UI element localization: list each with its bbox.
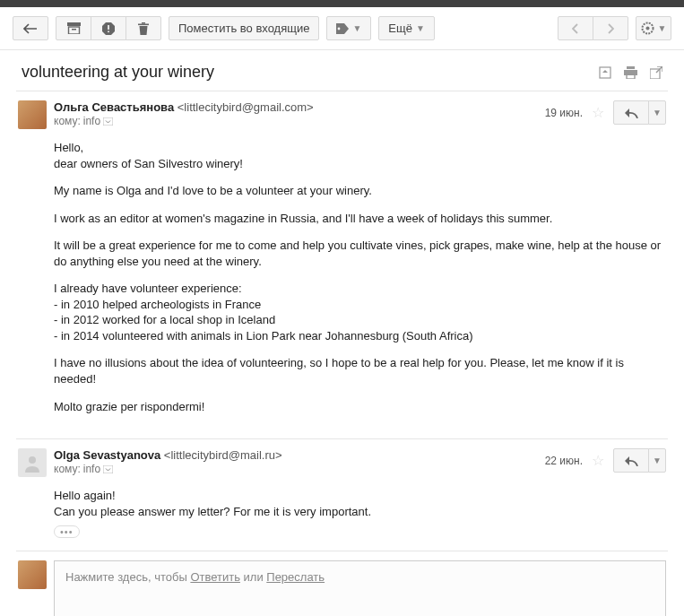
svg-rect-18 [103, 465, 113, 473]
spam-icon [102, 22, 115, 35]
newer-button[interactable] [558, 16, 593, 40]
reply-mid: или [240, 570, 266, 584]
back-button[interactable] [13, 16, 48, 40]
sender-email: <littlecitybird@gmail.com> [177, 100, 314, 114]
message-body: Hello again!Can you please answer my let… [54, 488, 666, 519]
labels-button[interactable]: ▼ [326, 16, 371, 40]
reply-button[interactable] [613, 448, 649, 473]
spam-button[interactable] [91, 16, 126, 40]
show-trimmed-button[interactable]: ••• [54, 525, 80, 538]
svg-point-10 [645, 27, 649, 30]
details-dropdown[interactable] [103, 465, 113, 473]
message-date: 22 июн. [545, 455, 583, 467]
to-recipient: info [83, 463, 100, 475]
chevron-down-icon: ▼ [416, 23, 425, 33]
message-body: Hello,dear owners of San Silvestro winer… [54, 140, 666, 414]
avatar [18, 100, 47, 129]
more-button[interactable]: Ещё ▼ [378, 16, 435, 40]
avatar [18, 560, 47, 589]
svg-rect-7 [142, 22, 145, 24]
move-to-inbox-button[interactable]: Поместить во входящие [169, 16, 319, 40]
more-label: Ещё [388, 22, 412, 35]
reply-menu[interactable]: ▼ [648, 448, 666, 473]
chevron-down-icon: ▼ [653, 108, 662, 117]
svg-point-17 [29, 456, 36, 464]
star-toggle[interactable]: ☆ [592, 452, 604, 469]
chevron-right-icon [607, 23, 614, 34]
to-label: кому: [54, 115, 81, 127]
svg-rect-5 [108, 30, 109, 32]
svg-rect-4 [108, 25, 109, 30]
compress-icon[interactable] [599, 66, 611, 79]
forward-link[interactable]: Переслать [266, 570, 325, 584]
svg-point-8 [338, 27, 341, 30]
reply-prefix: Нажмите здесь, чтобы [65, 570, 190, 584]
subject: volunteering at your winery [22, 63, 599, 82]
message: Olga Sevastyanova <littlecitybird@mail.r… [0, 439, 684, 551]
sender-name: Ольга Севастьянова [54, 100, 174, 114]
older-button[interactable] [593, 16, 628, 40]
new-window-icon[interactable] [650, 66, 662, 79]
archive-button[interactable] [56, 16, 91, 40]
star-toggle[interactable]: ☆ [592, 104, 604, 121]
chevron-down-icon: ▼ [653, 455, 662, 465]
sender-email: <littlecitybird@mail.ru> [164, 448, 282, 462]
to-label: кому: [54, 463, 81, 475]
print-icon[interactable] [624, 66, 637, 79]
sender-name: Olga Sevastyanova [54, 448, 160, 462]
gear-icon [641, 22, 654, 35]
move-to-inbox-label: Поместить во входящие [178, 22, 309, 35]
svg-rect-1 [68, 27, 79, 34]
svg-rect-2 [72, 29, 76, 30]
message: Ольга Севастьянова <littlecitybird@gmail… [0, 91, 684, 438]
reply-button[interactable] [613, 100, 649, 125]
archive-icon [67, 22, 81, 34]
trash-icon [138, 22, 149, 35]
svg-rect-16 [103, 117, 113, 126]
reply-box[interactable]: Нажмите здесь, чтобы Ответить или Пересл… [54, 560, 666, 616]
reply-link[interactable]: Ответить [190, 570, 240, 584]
chevron-down-icon: ▼ [658, 23, 667, 33]
svg-rect-0 [67, 22, 81, 26]
svg-rect-6 [138, 23, 149, 25]
details-dropdown[interactable] [103, 117, 113, 126]
svg-rect-12 [627, 66, 635, 69]
settings-button[interactable]: ▼ [636, 16, 671, 40]
message-date: 19 июн. [545, 107, 583, 119]
chevron-left-icon [572, 23, 579, 34]
to-recipient: info [83, 115, 100, 127]
toolbar: Поместить во входящие ▼ Ещё ▼ ▼ [0, 7, 684, 50]
tag-icon [336, 23, 349, 34]
delete-button[interactable] [126, 16, 161, 40]
avatar [18, 448, 47, 477]
back-arrow-icon [23, 23, 38, 34]
reply-menu[interactable]: ▼ [648, 100, 666, 125]
chevron-down-icon: ▼ [352, 23, 361, 33]
